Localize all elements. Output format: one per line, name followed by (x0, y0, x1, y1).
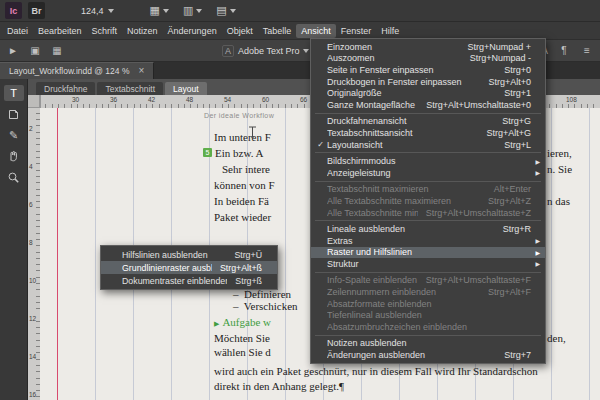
menubar-item-nderungen[interactable]: Änderungen (163, 24, 222, 38)
menu-item-einzoomen[interactable]: EinzoomenStrg+Numpad + (311, 41, 545, 53)
chevron-down-icon (163, 9, 169, 13)
menu-item-raster-und-hilfslinien[interactable]: Raster und Hilfslinien▶ (311, 247, 545, 259)
menu-item-shortcut: Strg+L (504, 140, 531, 150)
arrange-documents-button[interactable]: ▤ (216, 4, 235, 17)
menu-item-hilfslinien-ausblenden[interactable]: Hilfslinien ausblendenStrg+Ü (101, 248, 277, 261)
document-text-line: Paket wieder (214, 211, 271, 223)
frame-icon[interactable]: ▦ (50, 43, 64, 58)
menubar-item-bearbeiten[interactable]: Bearbeiten (33, 24, 87, 38)
menu-item-label: Dokumentraster einblenden (122, 276, 227, 286)
menu-item-label: Druckbogen in Fenster einpassen (327, 77, 480, 87)
menu-item-druckbogen-in-fenster-einpassen[interactable]: Druckbogen in Fenster einpassenStrg+Alt+… (311, 76, 545, 88)
menu-item-label: Struktur (327, 259, 523, 269)
menu-item-zeilennummern-einblenden[interactable]: Zeilennummern einblendenStrg+Alt+F (311, 286, 545, 298)
menu-item-info-spalte-einblenden[interactable]: Info-Spalte einblendenStrg+Alt+Umschaltt… (311, 275, 545, 287)
menu-separator (315, 113, 541, 114)
menu-item-tiefenlineal-ausblenden[interactable]: Tiefenlineal ausblenden (311, 309, 545, 321)
menu-item-alle-textabschnitte-maximieren[interactable]: Alle Textabschnitte maximierenStrg+Alt+Z (311, 195, 545, 207)
menu-item-extras[interactable]: Extras▶ (311, 235, 545, 247)
menu-item-nderungen-ausblenden[interactable]: Änderungen ausblendenStrg+7 (311, 349, 545, 361)
panel-menu-icon[interactable]: ≡ (580, 43, 594, 58)
menu-item-absatzumbruchzeichen-einblenden[interactable]: Absatzumbruchzeichen einblenden (311, 321, 545, 333)
menu-item-label: Alle Textabschnitte minimieren (327, 208, 418, 218)
menu-item-shortcut: Strg+R (503, 224, 531, 234)
bridge-icon[interactable]: Br (28, 2, 45, 19)
menubar-item-notizen[interactable]: Notizen (122, 24, 163, 38)
menubar-item-ansicht[interactable]: Ansicht (296, 24, 336, 38)
heading-arrow-icon: ▶ (214, 320, 219, 327)
menu-item-label: Layoutansicht (327, 140, 496, 150)
menubar-item-objekt[interactable]: Objekt (222, 24, 258, 38)
zoom-tool[interactable] (4, 169, 24, 185)
menubar-item-tabelle[interactable]: Tabelle (258, 24, 297, 38)
menu-item-grundlinienraster-ausblenden[interactable]: Grundlinienraster ausblendenStrg+Alt+ß (101, 261, 277, 274)
document-text-fragment: n. Sie (547, 163, 572, 175)
ruler-label: 10 (29, 277, 36, 284)
document-text-fragment: den, (547, 332, 566, 344)
submenu-arrow-icon: ▶ (531, 237, 540, 244)
menu-item-shortcut: Strg+Numpad + (467, 42, 531, 52)
menu-item-anzeigeleistung[interactable]: Anzeigeleistung▶ (311, 167, 545, 179)
ruler-label: 2 (29, 125, 33, 132)
menu-item-dokumentraster-einblenden[interactable]: Dokumentraster einblendenStrg+ß (101, 274, 277, 287)
incopy-window: Ic Br 124,4 ▦▥▤ DateiBearbeitenSchriftNo… (0, 0, 600, 400)
screen-mode-button[interactable]: ▥ (183, 4, 202, 17)
view-tab-druckfahne[interactable]: Druckfahne (36, 82, 95, 95)
menu-separator (315, 152, 541, 153)
menu-item-label: Grundlinienraster ausblenden (122, 263, 212, 273)
menu-item-notizen-ausblenden[interactable]: Notizen ausblenden (311, 338, 545, 350)
view-options-button[interactable]: ▦ (150, 4, 169, 17)
menubar-item-hilfe[interactable]: Hilfe (376, 24, 404, 38)
menu-item-druckfahnenansicht[interactable]: DruckfahnenansichtStrg+G (311, 116, 545, 128)
zoom-level-control[interactable]: 124,4 (77, 4, 118, 18)
paragraph-icon[interactable]: ¶ (557, 43, 571, 58)
menu-item-auszoomen[interactable]: AuszoomenStrg+Numpad - (311, 53, 545, 65)
document-tab[interactable]: Layout_Workflow.indd @ 124 % × (0, 62, 154, 79)
menu-item-originalgr-e[interactable]: OriginalgrößeStrg+1 (311, 87, 545, 99)
font-family-field[interactable]: A Adobe Text Pro (222, 45, 309, 57)
menu-item-alle-textabschnitte-minimieren[interactable]: Alle Textabschnitte minimierenStrg+Alt+U… (311, 207, 545, 219)
hand-tool[interactable] (4, 148, 24, 164)
menu-item-textabschnitt-maximieren[interactable]: Textabschnitt maximierenAlt+Enter (311, 184, 545, 196)
menu-item-label: Seite in Fenster einpassen (327, 65, 496, 75)
menu-item-layoutansicht[interactable]: ✓LayoutansichtStrg+L (311, 139, 545, 151)
pointer-icon[interactable]: ► (6, 43, 20, 58)
menu-item-label: Originalgröße (327, 88, 496, 98)
menu-item-seite-in-fenster-einpassen[interactable]: Seite in Fenster einpassenStrg+0 (311, 64, 545, 76)
close-icon[interactable]: × (138, 67, 144, 75)
menu-item-shortcut: Strg+7 (504, 350, 531, 360)
menu-item-lineale-ausblenden[interactable]: Lineale ausblendenStrg+R (311, 223, 545, 235)
document-text-line: können von F (214, 179, 275, 191)
frame-grid-icon[interactable]: ▣ (28, 43, 42, 58)
menubar-item-schrift[interactable]: Schrift (87, 24, 123, 38)
menu-item-shortcut: Strg+G (502, 116, 531, 126)
ruler-label: 14 (29, 353, 36, 360)
menu-item-label: Extras (327, 236, 523, 246)
menubar-item-datei[interactable]: Datei (2, 24, 33, 38)
view-tab-layout[interactable]: Layout (165, 82, 207, 95)
menu-item-shortcut: Strg+Alt+Umschalttaste+Z (426, 208, 531, 218)
type-tool[interactable]: T (4, 85, 24, 101)
menu-item-absatzformate-einblenden[interactable]: Absatzformate einblenden (311, 298, 545, 310)
menu-separator (315, 272, 541, 273)
notes-tool[interactable] (4, 106, 24, 122)
menu-item-ganze-montagefl-che[interactable]: Ganze MontageflächeStrg+Alt+Umschalttast… (311, 99, 545, 111)
view-tab-textabschnitt[interactable]: Textabschnitt (97, 82, 163, 95)
zoom-level-value: 124,4 (81, 6, 104, 16)
menu-item-struktur[interactable]: Struktur▶ (311, 258, 545, 270)
menu-item-label: Notizen ausblenden (327, 338, 523, 348)
document-text-fragment: n das (547, 195, 570, 207)
eyedropper-tool[interactable]: ✎ (4, 127, 24, 143)
grid-column-guide (285, 108, 286, 400)
menu-item-bildschirmmodus[interactable]: Bildschirmmodus▶ (311, 155, 545, 167)
menu-item-shortcut: Strg+Alt+0 (488, 77, 531, 87)
menubar-item-fenster[interactable]: Fenster (336, 24, 377, 38)
menu-item-textabschnittsansicht[interactable]: TextabschnittsansichtStrg+Alt+G (311, 127, 545, 139)
grid-column-guide (95, 108, 96, 400)
document-text-line: direkt in den Anhang gelegt.¶ (214, 380, 344, 392)
note-anchor-badge[interactable]: 5 (203, 148, 212, 157)
menu-separator (315, 181, 541, 182)
menu-separator (315, 335, 541, 336)
menu-item-label: Ganze Montagefläche (327, 100, 418, 110)
ruler-label: 36 (110, 96, 117, 103)
